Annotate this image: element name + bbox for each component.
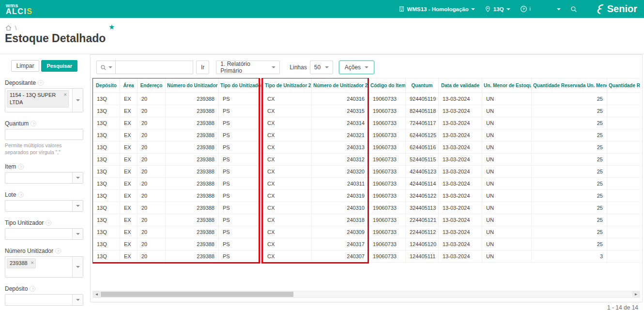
- help-badge-icon[interactable]: ?: [55, 248, 61, 254]
- table-cell: 13-03-2024: [439, 190, 482, 202]
- dropdown-caret-zone[interactable]: [72, 89, 83, 112]
- company-selector[interactable]: WMS13 - Homologação: [399, 6, 475, 12]
- chevron-down-icon: [557, 8, 561, 10]
- favorite-star-icon[interactable]: ★: [108, 23, 115, 31]
- senior-s-icon: [596, 4, 605, 15]
- numero-unitizador-label: Número Unitizador ?: [5, 248, 85, 254]
- wms-alcis-logo[interactable]: wms ALCIS: [6, 3, 33, 16]
- dropdown-caret-zone[interactable]: [72, 229, 83, 239]
- search-column-selector[interactable]: [96, 61, 116, 74]
- numero-unitizador-multiselect[interactable]: 239388 ×: [5, 256, 83, 278]
- table-cell: PS: [219, 166, 263, 178]
- search-button[interactable]: Pesquisar: [41, 60, 77, 72]
- table-cell: 224405121: [406, 214, 439, 226]
- report-search-input[interactable]: [116, 61, 193, 74]
- column-header[interactable]: Endereço: [138, 78, 166, 93]
- tipo-unitizador-select[interactable]: [5, 228, 83, 240]
- user-menu[interactable]: [557, 8, 561, 10]
- column-header[interactable]: Tipo do Unitizador: [219, 78, 263, 93]
- table-row: 13QEX20239388PSCX24030719060733124405111…: [93, 250, 641, 263]
- table-cell: 25: [532, 226, 607, 238]
- table-cell: 25: [532, 141, 607, 154]
- global-search-button[interactable]: [570, 6, 577, 13]
- table-cell: 624405116: [406, 141, 439, 154]
- table-row: 13QEX20239388PSCX24031819060733224405121…: [93, 214, 641, 226]
- clear-button[interactable]: Limpar: [11, 60, 40, 72]
- location-selector[interactable]: 13Q: [485, 6, 510, 12]
- topbar-right: WMS13 - Homologação 13Q ? i: [399, 3, 644, 15]
- table-cell: EX: [120, 238, 138, 250]
- location-pin-icon: [485, 6, 491, 12]
- actions-button[interactable]: Ações: [339, 61, 374, 74]
- help-badge-icon[interactable]: ?: [18, 164, 24, 170]
- scroll-right-arrow[interactable]: ►: [632, 291, 640, 297]
- table-cell: 20: [138, 129, 166, 141]
- home-icon[interactable]: [5, 24, 12, 31]
- quantum-label-text: Quantum: [5, 120, 29, 127]
- logo-alcis-text: ALCIS: [6, 8, 33, 15]
- help-badge-icon[interactable]: ?: [46, 220, 51, 226]
- report-table-body: 13QEX20239388PSCX24031619060733924405119…: [93, 93, 641, 263]
- dropdown-caret-zone[interactable]: [72, 201, 83, 211]
- report-selector[interactable]: 1. Relatório Primário: [216, 61, 280, 74]
- table-cell: [607, 214, 641, 226]
- rows-per-page-select[interactable]: 50: [310, 61, 333, 74]
- table-row: 13QEX20239388PSCX24031419060733724405117…: [93, 117, 641, 129]
- item-select[interactable]: [5, 172, 83, 184]
- help-badge-icon[interactable]: ?: [38, 80, 44, 86]
- column-header[interactable]: Área: [120, 78, 138, 93]
- table-cell: PS: [219, 154, 263, 166]
- column-header[interactable]: Data de validade: [439, 78, 482, 93]
- report-selector-value: 1. Relatório Primário: [220, 61, 268, 74]
- column-header[interactable]: Un. Menor de Estoque: [482, 78, 532, 93]
- table-cell: 239388: [166, 117, 219, 129]
- column-header[interactable]: Tipo de Unitizador 2: [263, 78, 312, 93]
- horizontal-scrollbar[interactable]: ◄ ►: [92, 291, 640, 298]
- table-cell: 20: [138, 238, 166, 250]
- table-cell: [607, 226, 641, 238]
- table-cell: PS: [219, 178, 263, 190]
- help-badge-icon[interactable]: ?: [18, 192, 24, 198]
- chevron-down-icon: [471, 8, 475, 10]
- column-header[interactable]: Quantidade Reservada Un. Menor: [532, 78, 607, 93]
- remove-chip-icon[interactable]: ×: [31, 259, 33, 266]
- table-row: 13QEX20239388PSCX24031319060733624405116…: [93, 141, 641, 154]
- scroll-left-arrow[interactable]: ◄: [93, 291, 100, 297]
- table-cell: [607, 202, 641, 214]
- chevron-down-icon: [76, 99, 80, 101]
- help-badge-icon[interactable]: ?: [30, 286, 35, 292]
- breadcrumb: \: [5, 24, 16, 31]
- table-cell: PS: [219, 190, 263, 202]
- column-header[interactable]: Código do Item: [369, 78, 406, 93]
- deposito-select[interactable]: [5, 294, 83, 306]
- scrollbar-thumb[interactable]: [101, 292, 293, 297]
- quantum-input[interactable]: [5, 129, 83, 140]
- dropdown-caret-zone[interactable]: [72, 172, 83, 183]
- help-badge-icon[interactable]: ?: [31, 121, 36, 126]
- table-cell: UN: [482, 226, 532, 238]
- column-header[interactable]: Número de Unitizador 2: [312, 78, 369, 93]
- topbar: wms ALCIS WMS13 - Homologação 13Q ? i: [0, 0, 644, 18]
- quantum-label: Quantum ?: [5, 120, 85, 127]
- senior-logo: Senior: [596, 3, 637, 15]
- table-cell: CX: [263, 117, 312, 129]
- dropdown-caret-zone[interactable]: [72, 257, 83, 277]
- table-cell: 924405119: [406, 93, 439, 105]
- column-header[interactable]: Quantum: [406, 78, 439, 93]
- dropdown-caret-zone[interactable]: [72, 295, 83, 305]
- table-cell: 124405111: [406, 250, 439, 263]
- logo-alcis-white: ALCI: [6, 7, 27, 16]
- go-button[interactable]: Ir: [196, 61, 209, 74]
- chevron-down-icon: [506, 8, 510, 10]
- remove-chip-icon[interactable]: ×: [64, 91, 67, 98]
- help-menu[interactable]: ? i: [520, 5, 531, 13]
- lote-select[interactable]: [5, 200, 83, 212]
- table-cell: 13Q: [93, 202, 120, 214]
- column-header[interactable]: Depósito: [93, 78, 120, 93]
- table-cell: [607, 117, 641, 129]
- column-header[interactable]: Número do Unitizador: [166, 78, 219, 93]
- column-header[interactable]: Quantidade Reserv: [607, 78, 641, 93]
- breadcrumb-separator: \: [15, 25, 16, 31]
- depositante-multiselect[interactable]: 1154 - 13Q SUPER LTDA ×: [5, 88, 83, 112]
- table-row: 13QEX20239388PSCX24031919060733324405122…: [93, 190, 641, 202]
